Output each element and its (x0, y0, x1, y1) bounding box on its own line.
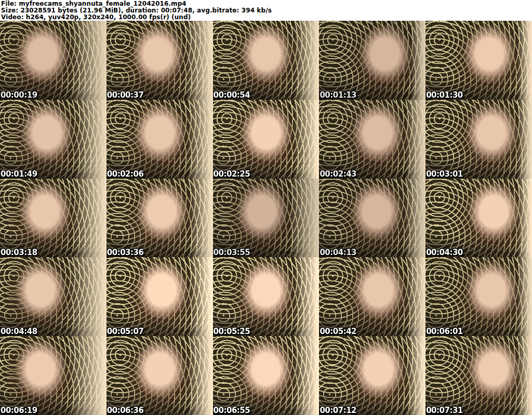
timestamp-label: 00:01:49 (1, 170, 37, 179)
timestamp-label: 00:03:18 (1, 248, 37, 257)
metadata-header: File: myfreecams_shyannuta_female_120420… (0, 0, 532, 21)
thumbnail-frame: 00:01:49 (0, 100, 107, 179)
timestamp-label: 00:07:31 (426, 406, 463, 415)
timestamp-label: 00:00:37 (107, 91, 144, 100)
timestamp-label: 00:05:42 (320, 327, 356, 336)
thumbnail-frame: 00:02:43 (319, 100, 425, 179)
timestamp-label: 00:06:01 (426, 327, 463, 336)
timestamp-label: 00:04:48 (1, 327, 37, 336)
timestamp-label: 00:04:13 (320, 248, 356, 257)
timestamp-label: 00:06:36 (107, 406, 144, 415)
thumbnail-frame: 00:05:07 (107, 257, 213, 336)
video-info-line: Video: h264, yuv420p, 320x240, 1000.00 f… (1, 14, 532, 21)
thumbnail-frame: 00:00:19 (0, 21, 107, 100)
timestamp-label: 00:00:19 (1, 91, 37, 100)
timestamp-label: 00:03:01 (426, 170, 463, 179)
timestamp-label: 00:04:30 (426, 248, 463, 257)
timestamp-label: 00:01:30 (426, 91, 463, 100)
timestamp-label: 00:07:12 (320, 406, 356, 415)
timestamp-label: 00:05:25 (214, 327, 250, 336)
timestamp-label: 00:02:43 (320, 170, 356, 179)
thumbnail-grid: 00:00:19 00:00:37 00:00:54 00:01:13 00:0… (0, 21, 532, 415)
thumbnail-frame: 00:06:36 (107, 336, 213, 415)
timestamp-label: 00:03:55 (214, 248, 250, 257)
timestamp-label: 00:01:13 (320, 91, 356, 100)
thumbnail-frame: 00:02:25 (213, 100, 320, 179)
thumbnail-frame: 00:00:37 (107, 21, 213, 100)
thumbnail-frame: 00:01:30 (425, 21, 532, 100)
timestamp-label: 00:02:25 (214, 170, 250, 179)
timestamp-label: 00:00:54 (214, 91, 250, 100)
timestamp-label: 00:02:06 (107, 170, 144, 179)
thumbnail-frame: 00:04:30 (425, 179, 532, 258)
thumbnail-frame: 00:06:01 (425, 257, 532, 336)
timestamp-label: 00:03:36 (107, 248, 144, 257)
timestamp-label: 00:06:19 (1, 406, 37, 415)
thumbnail-frame: 00:04:13 (319, 179, 425, 258)
thumbnail-frame: 00:00:54 (213, 21, 320, 100)
thumbnail-frame: 00:06:55 (213, 336, 320, 415)
timestamp-label: 00:05:07 (107, 327, 144, 336)
thumbnail-frame: 00:05:42 (319, 257, 425, 336)
thumbnail-frame: 00:07:12 (319, 336, 425, 415)
thumbnail-frame: 00:07:31 (425, 336, 532, 415)
timestamp-label: 00:06:55 (214, 406, 250, 415)
thumbnail-frame: 00:06:19 (0, 336, 107, 415)
thumbnail-frame: 00:02:06 (107, 100, 213, 179)
thumbnail-frame: 00:01:13 (319, 21, 425, 100)
thumbnail-frame: 00:03:55 (213, 179, 320, 258)
thumbnail-frame: 00:04:48 (0, 257, 107, 336)
thumbnail-frame: 00:05:25 (213, 257, 320, 336)
thumbnail-frame: 00:03:01 (425, 100, 532, 179)
thumbnail-frame: 00:03:36 (107, 179, 213, 258)
thumbnail-frame: 00:03:18 (0, 179, 107, 258)
